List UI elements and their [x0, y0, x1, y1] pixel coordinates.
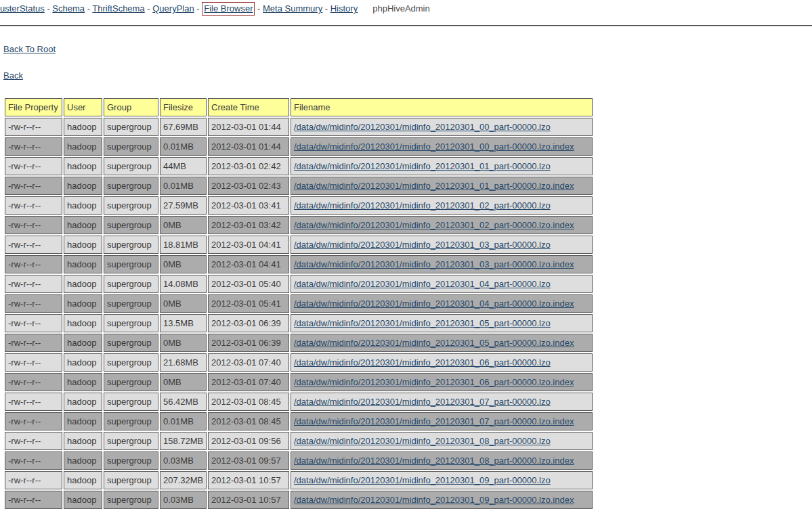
user-cell: hadoop: [64, 393, 102, 411]
file-link[interactable]: /data/dw/midinfo/20120301/midinfo_201203…: [294, 298, 574, 309]
group-cell: supergroup: [104, 157, 158, 175]
table-row: -rw-r--r--hadoopsupergroup27.59MB2012-03…: [5, 196, 593, 215]
file-property-cell: -rw-r--r--: [5, 373, 62, 391]
app-title: phpHiveAdmin: [372, 3, 430, 14]
file-link[interactable]: /data/dw/midinfo/20120301/midinfo_201203…: [294, 259, 574, 269]
file-link[interactable]: /data/dw/midinfo/20120301/midinfo_201203…: [294, 475, 551, 485]
nav-separator: -: [45, 3, 53, 14]
back-link[interactable]: Back: [3, 70, 23, 81]
file-link[interactable]: /data/dw/midinfo/20120301/midinfo_201203…: [294, 357, 551, 368]
table-row: -rw-r--r--hadoopsupergroup44MB2012-03-01…: [5, 157, 593, 175]
user-cell: hadoop: [64, 491, 102, 509]
file-link[interactable]: /data/dw/midinfo/20120301/midinfo_201203…: [294, 416, 574, 426]
file-property-cell: -rw-r--r--: [5, 471, 62, 489]
top-nav: usterStatus - Schema - ThriftSchema - Qu…: [0, 0, 812, 14]
file-link[interactable]: /data/dw/midinfo/20120301/midinfo_201203…: [294, 377, 574, 387]
create-time-cell: 2012-03-01 09:57: [208, 451, 289, 470]
file-link[interactable]: /data/dw/midinfo/20120301/midinfo_201203…: [294, 279, 551, 289]
nav-separator: -: [85, 3, 92, 14]
file-table-body: -rw-r--r--hadoopsupergroup67.69MB2012-03…: [5, 118, 593, 509]
back-to-root-link[interactable]: Back To Root: [3, 44, 56, 54]
file-link[interactable]: /data/dw/midinfo/20120301/midinfo_201203…: [294, 495, 574, 505]
file-link[interactable]: /data/dw/midinfo/20120301/midinfo_201203…: [294, 436, 551, 446]
file-link[interactable]: /data/dw/midinfo/20120301/midinfo_201203…: [294, 181, 574, 191]
back-to-root-row: Back To Root: [3, 44, 812, 54]
create-time-cell: 2012-03-01 01:44: [208, 118, 289, 136]
table-row: -rw-r--r--hadoopsupergroup0.01MB2012-03-…: [5, 177, 593, 195]
column-header-filesize: Filesize: [160, 98, 207, 116]
file-link[interactable]: /data/dw/midinfo/20120301/midinfo_201203…: [294, 200, 551, 211]
filename-cell: /data/dw/midinfo/20120301/midinfo_201203…: [291, 137, 593, 156]
table-row: -rw-r--r--hadoopsupergroup67.69MB2012-03…: [5, 118, 593, 136]
file-property-cell: -rw-r--r--: [5, 118, 62, 136]
table-row: -rw-r--r--hadoopsupergroup0MB2012-03-01 …: [5, 373, 593, 391]
create-time-cell: 2012-03-01 07:40: [208, 373, 289, 391]
filename-cell: /data/dw/midinfo/20120301/midinfo_201203…: [291, 432, 593, 450]
table-row: -rw-r--r--hadoopsupergroup0MB2012-03-01 …: [5, 294, 593, 313]
nav-link-history[interactable]: History: [330, 3, 358, 14]
filesize-cell: 0.03MB: [160, 491, 207, 509]
group-cell: supergroup: [104, 314, 158, 332]
group-cell: supergroup: [104, 412, 158, 430]
table-row: -rw-r--r--hadoopsupergroup0MB2012-03-01 …: [5, 255, 593, 273]
nav-separator: -: [255, 3, 263, 14]
group-cell: supergroup: [104, 451, 158, 470]
file-link[interactable]: /data/dw/midinfo/20120301/midinfo_201203…: [294, 122, 551, 132]
file-property-cell: -rw-r--r--: [5, 216, 62, 234]
nav-link-queryplan[interactable]: QueryPlan: [152, 3, 194, 14]
file-property-cell: -rw-r--r--: [5, 137, 62, 156]
file-link[interactable]: /data/dw/midinfo/20120301/midinfo_201203…: [294, 220, 574, 230]
file-property-cell: -rw-r--r--: [5, 334, 62, 352]
filename-cell: /data/dw/midinfo/20120301/midinfo_201203…: [291, 294, 593, 313]
nav-link-schema[interactable]: Schema: [52, 3, 85, 14]
table-row: -rw-r--r--hadoopsupergroup158.72MB2012-0…: [5, 432, 593, 450]
file-property-cell: -rw-r--r--: [5, 294, 62, 313]
filesize-cell: 0MB: [160, 255, 207, 273]
file-link[interactable]: /data/dw/midinfo/20120301/midinfo_201203…: [294, 318, 551, 328]
user-cell: hadoop: [64, 216, 102, 234]
table-row: -rw-r--r--hadoopsupergroup0MB2012-03-01 …: [5, 216, 593, 234]
filesize-cell: 67.69MB: [160, 118, 207, 136]
file-link[interactable]: /data/dw/midinfo/20120301/midinfo_201203…: [294, 240, 551, 250]
filesize-cell: 0.01MB: [160, 177, 207, 195]
filename-cell: /data/dw/midinfo/20120301/midinfo_201203…: [291, 334, 593, 352]
group-cell: supergroup: [104, 373, 158, 391]
user-cell: hadoop: [64, 314, 102, 332]
filename-cell: /data/dw/midinfo/20120301/midinfo_201203…: [291, 451, 593, 470]
user-cell: hadoop: [64, 412, 102, 430]
filename-cell: /data/dw/midinfo/20120301/midinfo_201203…: [291, 373, 593, 391]
create-time-cell: 2012-03-01 02:43: [208, 177, 289, 195]
filename-cell: /data/dw/midinfo/20120301/midinfo_201203…: [291, 216, 593, 234]
nav-link-usterstatus[interactable]: usterStatus: [0, 3, 45, 14]
group-cell: supergroup: [104, 275, 158, 293]
nav-link-file-browser[interactable]: File Browser: [202, 2, 255, 16]
group-cell: supergroup: [104, 491, 158, 509]
group-cell: supergroup: [104, 471, 158, 489]
nav-separator: -: [145, 3, 153, 14]
create-time-cell: 2012-03-01 10:57: [208, 491, 289, 509]
table-row: -rw-r--r--hadoopsupergroup0.01MB2012-03-…: [5, 412, 593, 430]
group-cell: supergroup: [104, 118, 158, 136]
create-time-cell: 2012-03-01 04:41: [208, 236, 289, 254]
group-cell: supergroup: [104, 236, 158, 254]
file-link[interactable]: /data/dw/midinfo/20120301/midinfo_201203…: [294, 338, 574, 348]
create-time-cell: 2012-03-01 02:42: [208, 157, 289, 175]
create-time-cell: 2012-03-01 03:42: [208, 216, 289, 234]
table-row: -rw-r--r--hadoopsupergroup0.01MB2012-03-…: [5, 137, 593, 156]
file-link[interactable]: /data/dw/midinfo/20120301/midinfo_201203…: [294, 141, 574, 152]
filesize-cell: 207.32MB: [160, 471, 207, 489]
filename-cell: /data/dw/midinfo/20120301/midinfo_201203…: [291, 275, 593, 293]
table-row: -rw-r--r--hadoopsupergroup14.08MB2012-03…: [5, 275, 593, 293]
nav-link-thriftschema[interactable]: ThriftSchema: [92, 3, 144, 14]
file-link[interactable]: /data/dw/midinfo/20120301/midinfo_201203…: [294, 456, 574, 466]
filesize-cell: 27.59MB: [160, 196, 207, 215]
create-time-cell: 2012-03-01 09:56: [208, 432, 289, 450]
file-link[interactable]: /data/dw/midinfo/20120301/midinfo_201203…: [294, 161, 551, 171]
column-header-file-property: File Property: [5, 98, 62, 116]
file-link[interactable]: /data/dw/midinfo/20120301/midinfo_201203…: [294, 397, 551, 407]
create-time-cell: 2012-03-01 07:40: [208, 353, 289, 372]
nav-link-meta-summury[interactable]: Meta Summury: [263, 3, 322, 14]
user-cell: hadoop: [64, 451, 102, 470]
create-time-cell: 2012-03-01 03:41: [208, 196, 289, 215]
filesize-cell: 0MB: [160, 216, 207, 234]
